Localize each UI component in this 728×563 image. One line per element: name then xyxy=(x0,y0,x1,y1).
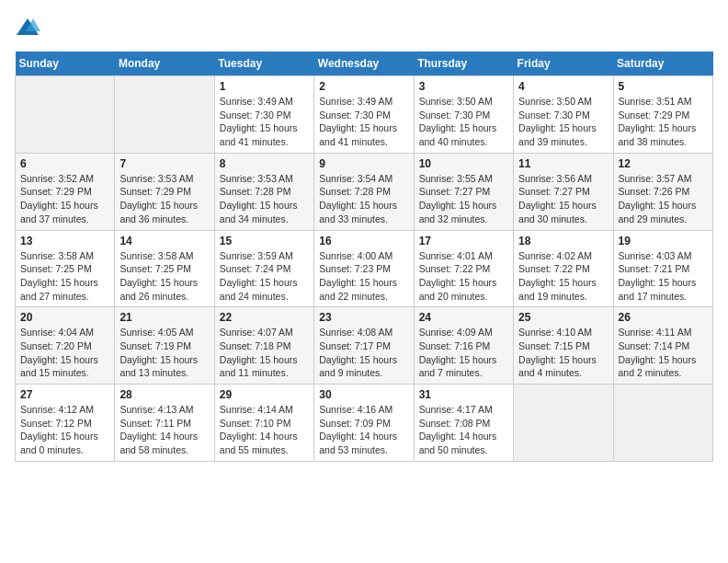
calendar-cell xyxy=(514,385,613,462)
calendar-cell: 1Sunrise: 3:49 AM Sunset: 7:30 PM Daylig… xyxy=(214,76,313,154)
calendar-cell: 19Sunrise: 4:03 AM Sunset: 7:21 PM Dayli… xyxy=(613,230,712,307)
day-detail: Sunrise: 3:53 AM Sunset: 7:29 PM Dayligh… xyxy=(119,172,209,226)
calendar-cell: 13Sunrise: 3:58 AM Sunset: 7:25 PM Dayli… xyxy=(16,230,115,307)
calendar-cell: 12Sunrise: 3:57 AM Sunset: 7:26 PM Dayli… xyxy=(613,153,712,230)
calendar-cell: 11Sunrise: 3:56 AM Sunset: 7:27 PM Dayli… xyxy=(514,153,613,230)
calendar-body: 1Sunrise: 3:49 AM Sunset: 7:30 PM Daylig… xyxy=(16,76,713,462)
day-detail: Sunrise: 3:49 AM Sunset: 7:30 PM Dayligh… xyxy=(220,95,309,149)
calendar-cell: 30Sunrise: 4:16 AM Sunset: 7:09 PM Dayli… xyxy=(314,385,414,462)
calendar-cell: 5Sunrise: 3:51 AM Sunset: 7:29 PM Daylig… xyxy=(613,76,712,154)
day-detail: Sunrise: 4:08 AM Sunset: 7:17 PM Dayligh… xyxy=(319,326,408,380)
day-detail: Sunrise: 3:58 AM Sunset: 7:25 PM Dayligh… xyxy=(119,249,209,304)
day-number: 3 xyxy=(419,80,508,93)
day-number: 23 xyxy=(319,311,408,324)
day-headers-row: SundayMondayTuesdayWednesdayThursdayFrid… xyxy=(16,52,713,76)
day-detail: Sunrise: 4:04 AM Sunset: 7:20 PM Dayligh… xyxy=(20,326,109,380)
calendar-cell: 17Sunrise: 4:01 AM Sunset: 7:22 PM Dayli… xyxy=(414,230,513,307)
day-detail: Sunrise: 4:01 AM Sunset: 7:22 PM Dayligh… xyxy=(419,249,508,304)
day-number: 5 xyxy=(619,80,708,93)
day-detail: Sunrise: 4:07 AM Sunset: 7:18 PM Dayligh… xyxy=(220,326,309,380)
day-detail: Sunrise: 4:03 AM Sunset: 7:21 PM Dayligh… xyxy=(619,249,708,304)
day-number: 14 xyxy=(119,235,209,247)
calendar-cell: 9Sunrise: 3:54 AM Sunset: 7:28 PM Daylig… xyxy=(314,153,414,230)
calendar-week-1: 1Sunrise: 3:49 AM Sunset: 7:30 PM Daylig… xyxy=(16,76,713,154)
day-number: 25 xyxy=(518,311,608,324)
calendar-cell: 6Sunrise: 3:52 AM Sunset: 7:29 PM Daylig… xyxy=(16,153,115,230)
calendar-cell xyxy=(16,76,115,154)
calendar-week-3: 13Sunrise: 3:58 AM Sunset: 7:25 PM Dayli… xyxy=(16,230,713,307)
day-detail: Sunrise: 4:16 AM Sunset: 7:09 PM Dayligh… xyxy=(319,403,408,457)
calendar-cell: 10Sunrise: 3:55 AM Sunset: 7:27 PM Dayli… xyxy=(414,153,513,230)
day-number: 30 xyxy=(319,388,408,401)
day-detail: Sunrise: 3:57 AM Sunset: 7:26 PM Dayligh… xyxy=(619,172,708,226)
day-detail: Sunrise: 4:00 AM Sunset: 7:23 PM Dayligh… xyxy=(319,249,408,304)
page-header xyxy=(15,15,713,40)
day-number: 15 xyxy=(220,235,309,247)
day-number: 2 xyxy=(319,80,408,93)
day-detail: Sunrise: 3:52 AM Sunset: 7:29 PM Dayligh… xyxy=(20,172,109,226)
calendar-cell: 27Sunrise: 4:12 AM Sunset: 7:12 PM Dayli… xyxy=(16,385,115,462)
day-detail: Sunrise: 4:14 AM Sunset: 7:10 PM Dayligh… xyxy=(220,403,309,457)
calendar-cell xyxy=(115,76,214,154)
day-number: 27 xyxy=(20,388,109,401)
day-detail: Sunrise: 4:13 AM Sunset: 7:11 PM Dayligh… xyxy=(119,403,209,457)
day-detail: Sunrise: 3:58 AM Sunset: 7:25 PM Dayligh… xyxy=(20,249,109,304)
day-number: 19 xyxy=(619,235,708,247)
day-number: 6 xyxy=(20,157,109,170)
calendar-cell: 25Sunrise: 4:10 AM Sunset: 7:15 PM Dayli… xyxy=(514,307,613,385)
calendar-cell: 14Sunrise: 3:58 AM Sunset: 7:25 PM Dayli… xyxy=(115,230,214,307)
calendar-cell: 28Sunrise: 4:13 AM Sunset: 7:11 PM Dayli… xyxy=(115,385,214,462)
calendar-cell: 15Sunrise: 3:59 AM Sunset: 7:24 PM Dayli… xyxy=(214,230,313,307)
day-number: 29 xyxy=(220,388,309,401)
day-detail: Sunrise: 3:51 AM Sunset: 7:29 PM Dayligh… xyxy=(619,95,708,149)
day-number: 13 xyxy=(20,235,109,247)
day-header-wednesday: Wednesday xyxy=(314,52,414,76)
day-detail: Sunrise: 3:53 AM Sunset: 7:28 PM Dayligh… xyxy=(220,172,309,226)
day-number: 8 xyxy=(220,157,309,170)
day-number: 9 xyxy=(319,157,408,170)
calendar-cell: 4Sunrise: 3:50 AM Sunset: 7:30 PM Daylig… xyxy=(514,76,613,154)
day-detail: Sunrise: 4:10 AM Sunset: 7:15 PM Dayligh… xyxy=(518,326,608,380)
day-header-sunday: Sunday xyxy=(16,52,115,76)
calendar-week-5: 27Sunrise: 4:12 AM Sunset: 7:12 PM Dayli… xyxy=(16,385,713,462)
day-header-tuesday: Tuesday xyxy=(214,52,313,76)
day-detail: Sunrise: 4:05 AM Sunset: 7:19 PM Dayligh… xyxy=(119,326,209,380)
day-detail: Sunrise: 3:55 AM Sunset: 7:27 PM Dayligh… xyxy=(419,172,508,226)
calendar-cell: 23Sunrise: 4:08 AM Sunset: 7:17 PM Dayli… xyxy=(314,307,414,385)
calendar-cell: 21Sunrise: 4:05 AM Sunset: 7:19 PM Dayli… xyxy=(115,307,214,385)
day-number: 24 xyxy=(419,311,508,324)
day-header-friday: Friday xyxy=(514,52,613,76)
day-number: 4 xyxy=(518,80,608,93)
calendar-week-2: 6Sunrise: 3:52 AM Sunset: 7:29 PM Daylig… xyxy=(16,153,713,230)
day-detail: Sunrise: 3:59 AM Sunset: 7:24 PM Dayligh… xyxy=(220,249,309,304)
day-detail: Sunrise: 3:56 AM Sunset: 7:27 PM Dayligh… xyxy=(518,172,608,226)
day-header-monday: Monday xyxy=(115,52,214,76)
calendar-cell: 29Sunrise: 4:14 AM Sunset: 7:10 PM Dayli… xyxy=(214,385,313,462)
logo-icon xyxy=(15,15,40,40)
calendar-table: SundayMondayTuesdayWednesdayThursdayFrid… xyxy=(15,52,713,462)
day-number: 7 xyxy=(119,157,209,170)
calendar-cell: 2Sunrise: 3:49 AM Sunset: 7:30 PM Daylig… xyxy=(314,76,414,154)
calendar-header: SundayMondayTuesdayWednesdayThursdayFrid… xyxy=(16,52,713,76)
day-header-saturday: Saturday xyxy=(613,52,712,76)
day-number: 10 xyxy=(419,157,508,170)
calendar-cell: 18Sunrise: 4:02 AM Sunset: 7:22 PM Dayli… xyxy=(514,230,613,307)
day-number: 12 xyxy=(619,157,708,170)
calendar-cell: 26Sunrise: 4:11 AM Sunset: 7:14 PM Dayli… xyxy=(613,307,712,385)
calendar-cell: 20Sunrise: 4:04 AM Sunset: 7:20 PM Dayli… xyxy=(16,307,115,385)
calendar-cell: 24Sunrise: 4:09 AM Sunset: 7:16 PM Dayli… xyxy=(414,307,513,385)
calendar-cell: 8Sunrise: 3:53 AM Sunset: 7:28 PM Daylig… xyxy=(214,153,313,230)
day-number: 26 xyxy=(619,311,708,324)
day-number: 18 xyxy=(518,235,608,247)
day-number: 1 xyxy=(220,80,309,93)
day-detail: Sunrise: 4:11 AM Sunset: 7:14 PM Dayligh… xyxy=(619,326,708,380)
day-detail: Sunrise: 3:54 AM Sunset: 7:28 PM Dayligh… xyxy=(319,172,408,226)
day-detail: Sunrise: 4:02 AM Sunset: 7:22 PM Dayligh… xyxy=(518,249,608,304)
day-number: 22 xyxy=(220,311,309,324)
calendar-cell: 7Sunrise: 3:53 AM Sunset: 7:29 PM Daylig… xyxy=(115,153,214,230)
calendar-cell: 22Sunrise: 4:07 AM Sunset: 7:18 PM Dayli… xyxy=(214,307,313,385)
day-detail: Sunrise: 4:12 AM Sunset: 7:12 PM Dayligh… xyxy=(20,403,109,457)
calendar-cell: 3Sunrise: 3:50 AM Sunset: 7:30 PM Daylig… xyxy=(414,76,513,154)
day-detail: Sunrise: 3:50 AM Sunset: 7:30 PM Dayligh… xyxy=(518,95,608,149)
calendar-cell: 16Sunrise: 4:00 AM Sunset: 7:23 PM Dayli… xyxy=(314,230,414,307)
